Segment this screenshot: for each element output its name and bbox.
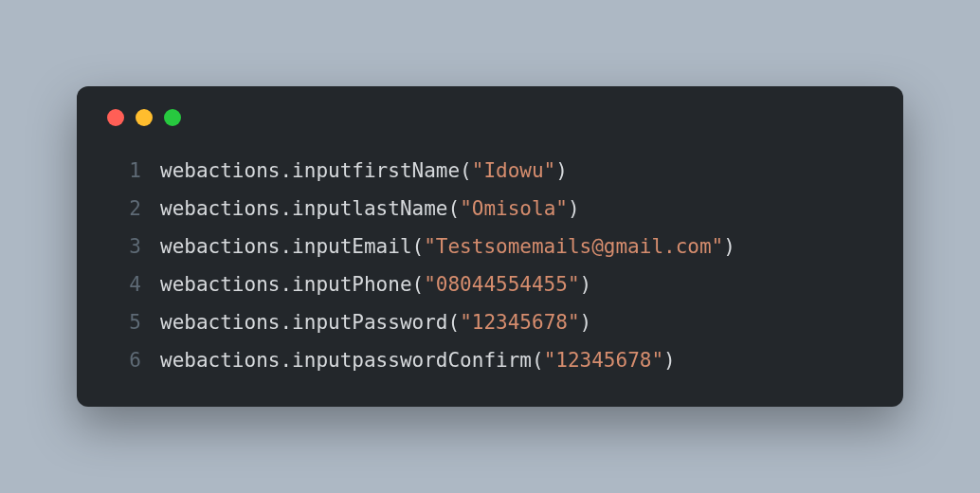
code-paren-close: ) bbox=[723, 235, 735, 258]
code-string: "Omisola" bbox=[460, 197, 568, 220]
code-paren-close: ) bbox=[580, 311, 592, 334]
code-method: inputPassword bbox=[292, 311, 447, 334]
code-paren-open: ( bbox=[460, 159, 472, 182]
line-number: 5 bbox=[103, 304, 141, 342]
code-method: inputEmail bbox=[292, 235, 411, 258]
code-dot: . bbox=[280, 159, 292, 182]
code-object: webactions bbox=[160, 159, 280, 182]
line-number: 2 bbox=[103, 191, 141, 228]
code-line: 2 webactions.inputlastName("Omisola") bbox=[103, 191, 877, 228]
line-number: 4 bbox=[103, 266, 141, 304]
code-paren-close: ) bbox=[555, 159, 568, 182]
code-content: webactions.inputlastName("Omisola") bbox=[160, 191, 580, 228]
code-line: 1 webactions.inputfirstName("Idowu") bbox=[103, 153, 877, 191]
line-number: 3 bbox=[103, 228, 141, 266]
code-string: "08044554455" bbox=[424, 273, 579, 296]
code-dot: . bbox=[280, 273, 292, 296]
code-dot: . bbox=[280, 311, 292, 334]
code-paren-open: ( bbox=[412, 235, 425, 258]
code-method: inputfirstName bbox=[292, 159, 460, 182]
code-paren-open: ( bbox=[447, 311, 460, 334]
code-dot: . bbox=[280, 197, 292, 220]
code-string: "Testsomemails@gmail.com" bbox=[424, 235, 723, 258]
minimize-icon[interactable] bbox=[136, 109, 153, 126]
code-paren-open: ( bbox=[447, 197, 460, 220]
zoom-icon[interactable] bbox=[164, 109, 181, 126]
code-content: webactions.inputPassword("12345678") bbox=[160, 304, 591, 342]
code-object: webactions bbox=[160, 197, 280, 220]
traffic-lights bbox=[103, 109, 877, 126]
code-paren-open: ( bbox=[532, 349, 544, 372]
code-object: webactions bbox=[160, 349, 280, 372]
code-dot: . bbox=[280, 349, 292, 372]
code-string: "12345678" bbox=[544, 349, 663, 372]
code-paren-close: ) bbox=[663, 349, 676, 372]
code-line: 6 webactions.inputpasswordConfirm("12345… bbox=[103, 342, 877, 380]
code-method: inputPhone bbox=[292, 273, 411, 296]
code-method: inputpasswordConfirm bbox=[292, 349, 532, 372]
code-window: 1 webactions.inputfirstName("Idowu") 2 w… bbox=[77, 86, 903, 406]
code-paren-open: ( bbox=[412, 273, 425, 296]
code-string: "Idowu" bbox=[472, 159, 556, 182]
code-string: "12345678" bbox=[460, 311, 579, 334]
code-content: webactions.inputPhone("08044554455") bbox=[160, 266, 591, 304]
code-object: webactions bbox=[160, 273, 280, 296]
code-line: 4 webactions.inputPhone("08044554455") bbox=[103, 266, 877, 304]
code-line: 3 webactions.inputEmail("Testsomemails@g… bbox=[103, 228, 877, 266]
close-icon[interactable] bbox=[107, 109, 124, 126]
code-paren-close: ) bbox=[568, 197, 580, 220]
code-object: webactions bbox=[160, 235, 280, 258]
code-content: webactions.inputpasswordConfirm("1234567… bbox=[160, 342, 676, 380]
line-number: 6 bbox=[103, 342, 141, 380]
code-line: 5 webactions.inputPassword("12345678") bbox=[103, 304, 877, 342]
code-dot: . bbox=[280, 235, 292, 258]
code-block: 1 webactions.inputfirstName("Idowu") 2 w… bbox=[103, 153, 877, 379]
code-object: webactions bbox=[160, 311, 280, 334]
code-content: webactions.inputfirstName("Idowu") bbox=[160, 153, 568, 191]
code-paren-close: ) bbox=[580, 273, 592, 296]
line-number: 1 bbox=[103, 153, 141, 191]
code-content: webactions.inputEmail("Testsomemails@gma… bbox=[160, 228, 735, 266]
code-method: inputlastName bbox=[292, 197, 447, 220]
